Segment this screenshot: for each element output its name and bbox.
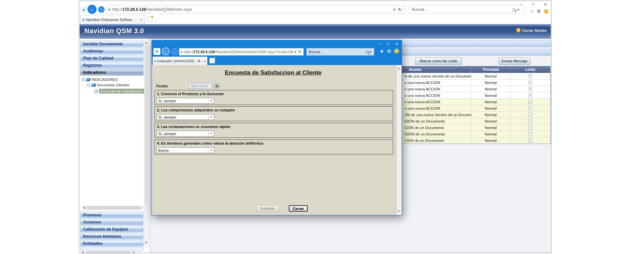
tab-navidian[interactable]: e Navidian Enterprise Softwar... × — [80, 15, 145, 24]
popup-search-icon[interactable] — [365, 50, 368, 54]
popup-close-button[interactable]: × — [396, 41, 398, 47]
cell-leido — [510, 131, 550, 137]
feedback-smiley-icon[interactable] — [544, 9, 548, 14]
popup-feedback-smiley-icon[interactable] — [394, 49, 399, 54]
tree-node-encuesta-de-satisfaccion-al[interactable]: Encuesta de Satisfaccion al — [94, 89, 147, 93]
tree-node-encuestas-clientes[interactable]: −Encuestas Clientes — [87, 83, 129, 87]
popup-new-tab-button[interactable] — [209, 58, 215, 63]
popup-back-button[interactable]: ← — [162, 47, 169, 55]
leido-checkbox[interactable] — [528, 87, 532, 91]
popup-settings-gear-icon[interactable]: ⚙ — [387, 48, 391, 54]
sidebar-item-entidades[interactable]: Entidades — [80, 240, 143, 247]
cell-leido — [510, 111, 550, 118]
leido-checkbox[interactable] — [528, 126, 532, 130]
leido-checkbox[interactable] — [528, 132, 532, 136]
sidebar-item-partial[interactable] — [80, 248, 143, 250]
leido-checkbox[interactable] — [528, 106, 532, 110]
tree-node-indicadores[interactable]: −INDICADORES — [82, 78, 118, 82]
send-message-button[interactable]: Enviar Mensaje — [499, 58, 530, 65]
leido-checkbox[interactable] — [528, 119, 532, 123]
refresh-icon[interactable]: ↻ — [397, 7, 403, 12]
url-dropdown-icon[interactable]: ▾ — [392, 7, 397, 12]
sidebar-item-calibracion-de-equipos[interactable]: Calibración de Equipos — [80, 226, 143, 232]
sidebar-item-gestion-documental[interactable]: Gestión Documental — [80, 41, 143, 47]
sidebar-item-recursos-humanos[interactable]: Recursos Humanos — [80, 233, 143, 239]
popup-search-placeholder: Buscar... — [309, 50, 365, 54]
fecha-input[interactable]: 08/01/2019 — [188, 83, 212, 89]
logout-button[interactable]: Cerrar Sesión — [516, 28, 547, 33]
browser-toolbar-icons: ☆ ⚙ — [530, 8, 548, 14]
sidebar-item-registros[interactable]: Registros — [80, 62, 143, 68]
tree-collapse-icon[interactable]: − — [87, 84, 90, 87]
popup-forward-button[interactable]: → — [171, 48, 178, 55]
question-select-3[interactable]: Sí, siempre∨ — [157, 131, 214, 136]
forward-button[interactable]: → — [98, 6, 105, 13]
form-scroll-up-icon[interactable]: < — [397, 68, 401, 70]
column-header-prioridad[interactable]: Prioridad — [471, 66, 510, 73]
sidebar-item-procesos[interactable]: Procesos — [80, 212, 143, 218]
new-tab-button[interactable] — [147, 16, 153, 22]
dropdown-chevron-icon[interactable]: ∨ — [208, 131, 214, 136]
popup-search-input[interactable]: Buscar... ▾ — [306, 48, 374, 56]
leido-checkbox[interactable] — [528, 93, 532, 98]
popup-tab-indicador[interactable]: e Indicador [mintm2000] - N... × — [153, 57, 207, 65]
calendar-icon[interactable]: ▦ — [214, 83, 220, 88]
leido-checkbox[interactable] — [528, 139, 532, 143]
sidebar-item-acciones[interactable]: Acciones — [80, 219, 143, 225]
survey-form: Encuesta de Satisfaccion al Cliente Fech… — [152, 65, 402, 215]
question-box-4: 4. En términos generales cómo valora la … — [155, 140, 393, 154]
sidebar: Gestión DocumentalAuditoriasPlan de Cali… — [80, 39, 150, 252]
leido-checkbox[interactable] — [528, 81, 532, 85]
cell-leido — [510, 118, 550, 124]
sidebar-item-indicadores[interactable]: Indicadores — [80, 69, 143, 76]
popup-address-bar[interactable]: e http://172.26.5.126/NavidianQSM/mint/m… — [179, 48, 304, 56]
leido-checkbox[interactable] — [528, 100, 532, 104]
url-text: http://172.26.5.126/NavidianQSM/main.asp… — [112, 7, 392, 12]
maximize-button[interactable]: □ — [529, 2, 537, 7]
popup-maximize-button[interactable]: □ — [387, 41, 389, 47]
tree-collapse-icon[interactable]: − — [82, 78, 85, 81]
sidebar-item-plan-de-calidad[interactable]: Plan de Calidad — [80, 55, 143, 61]
settings-gear-icon[interactable]: ⚙ — [537, 8, 541, 14]
tab-close-icon[interactable]: × — [140, 17, 143, 22]
save-button[interactable]: Guardar — [256, 205, 279, 212]
popup-tab-close-icon[interactable]: × — [204, 59, 206, 63]
question-select-2[interactable]: Sí, siempre∨ — [157, 114, 214, 120]
favorites-star-icon[interactable]: ☆ — [530, 8, 534, 14]
scrollbar-thumb[interactable] — [145, 46, 148, 205]
dropdown-chevron-icon[interactable]: ∨ — [208, 148, 214, 153]
scroll-up-icon[interactable]: < — [144, 42, 148, 44]
mark-unread-button[interactable]: Marcar como No Leído — [415, 58, 462, 65]
sidebar-horizontal-scrollbar[interactable]: < > — [80, 250, 143, 254]
address-bar[interactable]: e http://172.26.5.126/NavidianQSM/main.a… — [106, 5, 405, 14]
scroll-down-icon[interactable]: < — [144, 242, 148, 244]
tree-node-label: Encuesta de Satisfaccion al — [99, 89, 147, 93]
search-icon[interactable] — [512, 8, 516, 11]
question-box-2: 2. Los compromisos adquiridos se cumplen… — [155, 106, 393, 121]
popup-refresh-icon[interactable]: ↻ — [297, 49, 302, 54]
book-icon — [86, 78, 91, 81]
question-select-4[interactable]: Buena∨ — [157, 147, 214, 153]
dropdown-chevron-icon[interactable]: ∨ — [208, 98, 214, 103]
close-button[interactable]: × — [542, 2, 549, 7]
form-vertical-scrollbar[interactable]: < < — [396, 65, 402, 215]
popup-favicon-icon: e — [180, 50, 182, 54]
leido-checkbox[interactable] — [528, 74, 532, 78]
sidebar-vertical-scrollbar[interactable]: < < — [144, 40, 149, 247]
back-button[interactable]: ← — [87, 5, 97, 14]
popup-minimize-button[interactable]: ─ — [378, 41, 381, 47]
search-input[interactable]: Buscar... ▾ — [409, 5, 524, 14]
sidebar-item-auditorias[interactable]: Auditorias — [80, 48, 143, 54]
question-select-1[interactable]: Sí, siempre∨ — [157, 98, 214, 104]
tree-horizontal-scrollbar[interactable]: < — [82, 206, 143, 210]
question-label: 1. Conocen el Producto y le Asesoran — [157, 92, 224, 96]
close-form-button[interactable]: Cerrar — [289, 205, 308, 212]
selected-option: Sí, siempre — [157, 115, 208, 119]
column-header-leido[interactable]: Leido — [510, 66, 550, 73]
leido-checkbox[interactable] — [528, 113, 532, 117]
minimize-button[interactable]: ─ — [517, 2, 525, 7]
form-scroll-down-icon[interactable]: < — [397, 210, 401, 212]
popup-favorites-star-icon[interactable]: ★ — [380, 48, 384, 54]
popup-url-dropdown-icon[interactable]: ▾ — [294, 50, 297, 54]
dropdown-chevron-icon[interactable]: ∨ — [208, 114, 214, 120]
